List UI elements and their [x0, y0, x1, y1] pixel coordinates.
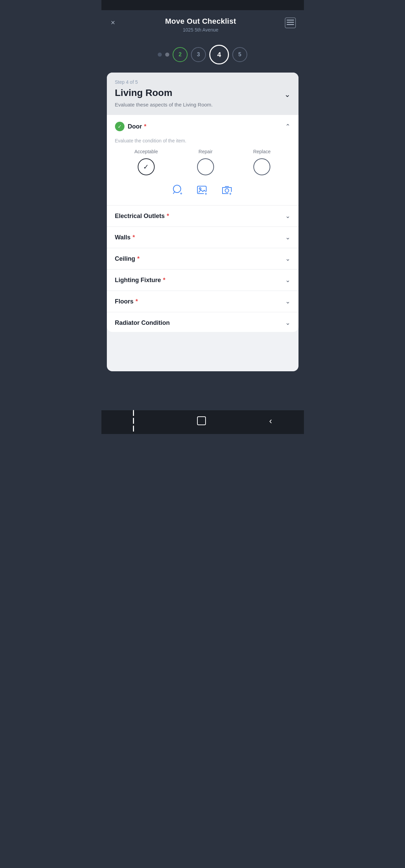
svg-text:+: +	[205, 192, 207, 196]
svg-rect-1	[287, 22, 294, 23]
room-title: Living Room	[115, 87, 284, 98]
header: × Move Out Checklist 1025 5th Avenue	[101, 10, 304, 38]
close-button[interactable]: ×	[110, 18, 117, 28]
floors-title: Floors *	[115, 298, 138, 305]
electrical-outlets-required: *	[167, 213, 169, 220]
status-bar	[101, 0, 304, 10]
card-header: Step 4 of 5 Living Room Evaluate these a…	[107, 73, 298, 115]
recents-icon	[133, 410, 134, 432]
recents-button[interactable]	[125, 407, 142, 434]
step-circle-5[interactable]: 5	[232, 47, 247, 62]
door-action-icons: + +	[115, 182, 290, 198]
acceptable-label: Acceptable	[134, 149, 158, 154]
home-icon	[197, 416, 206, 425]
card-header-row: Living Room Evaluate these aspects of th…	[115, 87, 290, 108]
ceiling-header[interactable]: Ceiling * ⌄	[115, 248, 290, 269]
svg-point-10	[225, 189, 229, 193]
svg-text:+: +	[229, 192, 231, 196]
bottom-navigation: ‹	[101, 410, 304, 434]
door-expanded-section: Evaluate the condition of the item. Acce…	[115, 138, 290, 205]
option-acceptable: Acceptable ✓	[134, 149, 158, 175]
step-indicators: 2 3 4 5	[101, 38, 304, 73]
door-check-icon: ✓	[115, 122, 124, 131]
lighting-fixture-title: Lighting Fixture *	[115, 277, 166, 284]
checklist-item-lighting-fixture: Lighting Fixture * ⌄	[107, 270, 298, 291]
svg-rect-2	[287, 24, 294, 25]
acceptable-checkmark: ✓	[143, 163, 149, 171]
radiator-condition-header[interactable]: Radiator Condition ⌄	[115, 312, 290, 332]
radiator-condition-chevron[interactable]: ⌄	[285, 319, 290, 327]
checklist-item-floors: Floors * ⌄	[107, 291, 298, 312]
floors-required: *	[136, 298, 138, 305]
electrical-outlets-title: Electrical Outlets *	[115, 213, 169, 220]
checklist-item-radiator-condition: Radiator Condition ⌄	[107, 312, 298, 332]
header-center: Move Out Checklist 1025 5th Avenue	[116, 17, 285, 33]
svg-rect-0	[287, 20, 294, 21]
step-circle-4[interactable]: 4	[209, 45, 229, 64]
acceptable-radio[interactable]: ✓	[138, 158, 155, 175]
option-repair: Repair	[197, 149, 214, 175]
room-description: Evaluate these aspects of the Living Roo…	[115, 101, 284, 108]
walls-header[interactable]: Walls * ⌄	[115, 227, 290, 248]
door-chevron[interactable]: ⌃	[285, 123, 290, 130]
replace-label: Replace	[253, 149, 270, 154]
ceiling-title: Ceiling *	[115, 255, 140, 262]
menu-button[interactable]	[285, 18, 296, 28]
walls-required: *	[133, 234, 135, 241]
walls-title: Walls *	[115, 234, 135, 241]
back-arrow-icon: ‹	[269, 416, 272, 426]
upload-image-button[interactable]: +	[194, 182, 211, 198]
home-button[interactable]	[189, 414, 214, 428]
lighting-fixture-chevron[interactable]: ⌄	[285, 276, 290, 284]
ceiling-chevron[interactable]: ⌄	[285, 255, 290, 262]
step-label: Step 4 of 5	[115, 79, 290, 85]
floors-chevron[interactable]: ⌄	[285, 298, 290, 305]
step-circle-2[interactable]: 2	[173, 47, 188, 62]
repair-label: Repair	[198, 149, 212, 154]
lighting-fixture-header[interactable]: Lighting Fixture * ⌄	[115, 270, 290, 291]
spacer	[101, 371, 304, 411]
option-replace: Replace	[253, 149, 270, 175]
lighting-fixture-required: *	[163, 277, 165, 284]
step-dot-1	[158, 53, 162, 57]
walls-chevron[interactable]: ⌄	[285, 234, 290, 241]
replace-radio[interactable]	[253, 158, 270, 175]
radiator-condition-title: Radiator Condition	[115, 319, 170, 327]
electrical-outlets-chevron[interactable]: ⌄	[285, 212, 290, 220]
repair-radio[interactable]	[197, 158, 214, 175]
checklist-item-door: ✓ Door * ⌃ Evaluate the condition of the…	[107, 115, 298, 205]
door-condition-label: Evaluate the condition of the item.	[115, 138, 290, 143]
step-circle-3[interactable]: 3	[191, 47, 206, 62]
door-required-star: *	[144, 123, 147, 130]
electrical-outlets-header[interactable]: Electrical Outlets * ⌄	[115, 205, 290, 226]
door-title: Door *	[128, 123, 147, 130]
checklist-item-ceiling: Ceiling * ⌄	[107, 248, 298, 270]
svg-point-7	[199, 188, 201, 190]
condition-options: Acceptable ✓ Repair Replace	[115, 149, 290, 175]
add-comment-button[interactable]: +	[170, 182, 186, 198]
checklist-item-electrical-outlets: Electrical Outlets * ⌄	[107, 205, 298, 227]
main-card: Step 4 of 5 Living Room Evaluate these a…	[107, 73, 298, 371]
back-button[interactable]: ‹	[261, 413, 281, 429]
ceiling-required: *	[137, 255, 140, 262]
svg-text:+: +	[180, 191, 182, 196]
floors-header[interactable]: Floors * ⌄	[115, 291, 290, 312]
step-dot-2	[165, 53, 169, 57]
take-photo-button[interactable]: +	[219, 182, 235, 198]
address-subtitle: 1025 5th Avenue	[116, 27, 285, 33]
checklist-body: ✓ Door * ⌃ Evaluate the condition of the…	[107, 115, 298, 332]
door-header[interactable]: ✓ Door * ⌃	[115, 115, 290, 138]
app-title: Move Out Checklist	[116, 17, 285, 26]
card-header-text: Living Room Evaluate these aspects of th…	[115, 87, 284, 108]
checklist-item-walls: Walls * ⌄	[107, 227, 298, 248]
collapse-button[interactable]: ⌄	[284, 90, 290, 99]
